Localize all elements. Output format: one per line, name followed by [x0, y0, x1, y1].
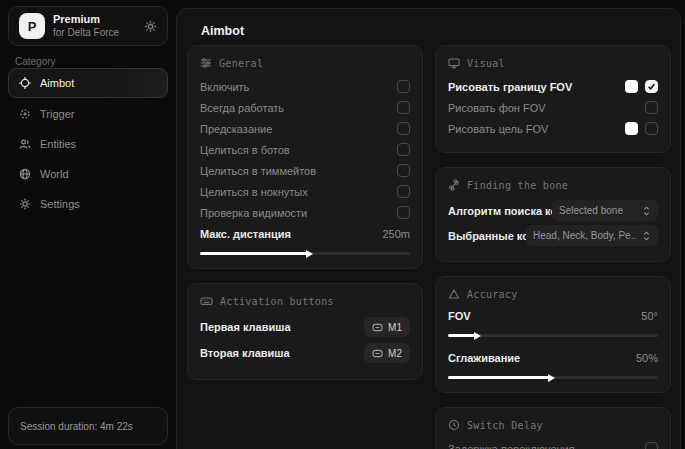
- visual-row-fov-background: Рисовать фон FOV: [448, 97, 658, 118]
- checkbox-target-knocked[interactable]: [397, 185, 410, 198]
- sidebar-item-entities[interactable]: Entities: [8, 130, 168, 158]
- card-activation-header: Activation buttons: [200, 295, 410, 307]
- sidebar-nav: Aimbot Trigger Entities: [8, 68, 168, 218]
- slider-fill: [200, 252, 307, 255]
- brand-text: Premium for Delta Force: [53, 13, 136, 39]
- card-title: Accuracy: [467, 289, 518, 300]
- monitor-icon: [448, 57, 460, 69]
- slider-thumb[interactable]: [306, 250, 313, 258]
- smoothing-value: 50%: [636, 352, 658, 364]
- checkbox-enable[interactable]: [397, 80, 410, 93]
- card-title: Visual: [467, 58, 505, 69]
- card-bone-header: Finding the bone: [448, 179, 658, 191]
- sidebar-item-world[interactable]: World: [8, 160, 168, 188]
- app-logo: P: [19, 13, 45, 39]
- keyboard-icon: [200, 295, 213, 307]
- checkbox-always-work[interactable]: [397, 101, 410, 114]
- card-visual: Visual Рисовать границу FOV Рисовать фон…: [435, 45, 671, 153]
- selected-bones-select[interactable]: Head, Neck, Body, Pe...: [526, 225, 658, 246]
- toggle-label: Целиться в нокнутых: [200, 186, 397, 198]
- checkbox-target-teammates[interactable]: [397, 164, 410, 177]
- slider-fill: [448, 334, 475, 337]
- slider-fill: [448, 376, 549, 379]
- selected-bones-label: Выбранные кос: [448, 230, 526, 242]
- triangle-icon: [448, 288, 460, 300]
- toggle-label: Проверка видимости: [200, 207, 397, 219]
- bone-algorithm-select[interactable]: Selected bone: [552, 200, 658, 221]
- checkbox-prediction[interactable]: [397, 122, 410, 135]
- toggle-row-enable: Включить: [200, 76, 410, 97]
- card-title: General: [219, 58, 263, 69]
- bone-algorithm-label: Алгоритм поиска кост: [448, 205, 552, 217]
- checkbox-fov-background[interactable]: [645, 101, 658, 114]
- checkbox-visibility-check[interactable]: [397, 206, 410, 219]
- toggle-label: Включить: [200, 81, 397, 93]
- slider-fov: FOV 50°: [448, 307, 658, 337]
- slider-thumb[interactable]: [548, 374, 555, 382]
- slider-max-distance: Макс. дистанция 250m: [200, 225, 410, 255]
- card-accuracy-header: Accuracy: [448, 288, 658, 300]
- keybind-label: Первая клавиша: [200, 321, 364, 333]
- slider-label-row: Макс. дистанция 250m: [200, 225, 410, 243]
- bone-row-selected-bones: Выбранные кос Head, Neck, Body, Pe...: [448, 223, 658, 248]
- toggle-row-prediction: Предсказание: [200, 118, 410, 139]
- visual-row-fov-border: Рисовать границу FOV: [448, 76, 658, 97]
- gear-icon[interactable]: [144, 20, 157, 33]
- card-general: General Включить Всегда работать Предска…: [187, 45, 423, 269]
- crosshair-icon: [19, 77, 31, 89]
- keybind-row-second: Вторая клавиша M2: [200, 340, 410, 366]
- fov-label: FOV: [448, 310, 633, 322]
- sidebar-item-label: Aimbot: [40, 77, 74, 89]
- smoothing-slider-track[interactable]: [448, 376, 658, 379]
- toggle-row-target-teammates: Целиться в тиммейтов: [200, 160, 410, 181]
- color-swatch-fov-border[interactable]: [625, 80, 638, 93]
- fov-value: 50°: [641, 310, 658, 322]
- mouse-icon: [372, 323, 383, 332]
- clock-icon: [448, 419, 460, 431]
- sidebar-item-aimbot[interactable]: Aimbot: [8, 68, 168, 98]
- sidebar-item-label: World: [40, 168, 69, 180]
- keybind-label: Вторая клавиша: [200, 347, 364, 359]
- slider-label-row: Сглаживание 50%: [448, 349, 658, 367]
- switch-delay-toggle-label: Задержка переключения: [448, 443, 645, 449]
- card-accuracy: Accuracy FOV 50° Сглаживание: [435, 276, 671, 393]
- checkbox-fov-target[interactable]: [645, 122, 658, 135]
- card-visual-header: Visual: [448, 57, 658, 69]
- sidebar-item-label: Trigger: [40, 108, 74, 120]
- selected-value: Head, Neck, Body, Pe...: [533, 230, 636, 241]
- keybind-row-first: Первая клавиша M1: [200, 314, 410, 340]
- sidebar-item-settings[interactable]: Settings: [8, 190, 168, 218]
- page-title: Aimbot: [201, 24, 244, 38]
- slider-smoothing: Сглаживание 50%: [448, 349, 658, 379]
- sidebar-item-trigger[interactable]: Trigger: [8, 100, 168, 128]
- toggle-row-target-knocked: Целиться в нокнутых: [200, 181, 410, 202]
- unfold-icon: [642, 206, 651, 216]
- checkbox-fov-border[interactable]: [645, 80, 658, 93]
- keybind-button-second[interactable]: M2: [364, 343, 410, 363]
- card-title: Switch Delay: [467, 420, 543, 431]
- keybind-value: M1: [388, 322, 402, 333]
- visual-label: Рисовать цель FOV: [448, 123, 625, 135]
- card-finding-bone: Finding the bone Алгоритм поиска кост Se…: [435, 167, 671, 262]
- slider-thumb[interactable]: [474, 332, 481, 340]
- max-distance-slider-track[interactable]: [200, 252, 410, 255]
- color-swatch-fov-target[interactable]: [625, 122, 638, 135]
- card-activation-buttons: Activation buttons Первая клавиша M1: [187, 283, 423, 380]
- toggle-label: Предсказание: [200, 123, 397, 135]
- card-switch-delay: Switch Delay Задержка переключения Задер…: [435, 407, 671, 449]
- keybind-button-first[interactable]: M1: [364, 317, 410, 337]
- visual-label: Рисовать фон FOV: [448, 102, 645, 114]
- entities-icon: [19, 138, 31, 150]
- fov-slider-track[interactable]: [448, 334, 658, 337]
- checkbox-switch-delay[interactable]: [645, 442, 658, 449]
- toggle-row-switch-delay: Задержка переключения: [448, 438, 658, 449]
- toggle-row-always-work: Всегда работать: [200, 97, 410, 118]
- gear-icon: [19, 198, 31, 210]
- main-panel: Aimbot General Включить: [176, 8, 681, 449]
- checkbox-target-bots[interactable]: [397, 143, 410, 156]
- brand-card: P Premium for Delta Force: [8, 6, 168, 46]
- session-duration-label: Session duration: 4m 22s: [20, 421, 133, 432]
- keybind-value: M2: [388, 348, 402, 359]
- card-general-header: General: [200, 57, 410, 69]
- category-label: Category: [15, 56, 56, 67]
